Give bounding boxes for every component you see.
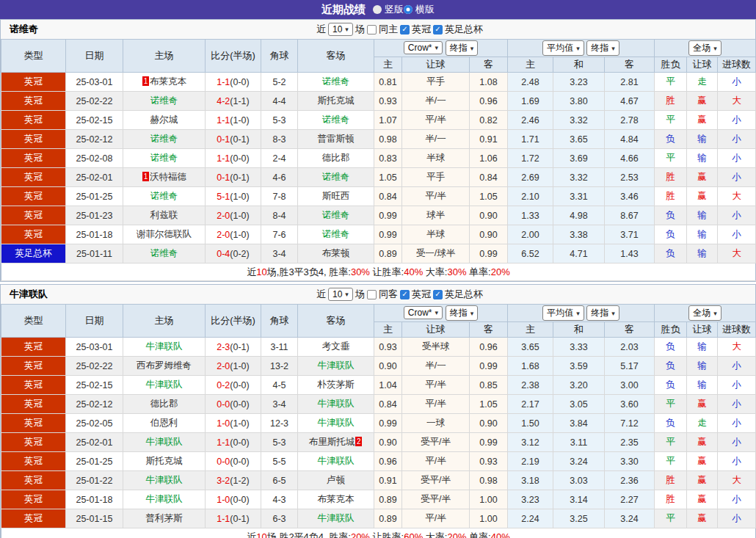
match-row: 英冠25-02-12诺维奇0-1(0-1)8-3普雷斯顿0.98半/一0.911… — [1, 130, 756, 149]
full-match-select[interactable]: 全场▾ — [688, 305, 722, 321]
cell-match-type: 英冠 — [1, 509, 66, 528]
cell-result-wdl: 平 — [655, 395, 687, 414]
cell-result-handicap: 赢 — [687, 490, 718, 509]
cell-home-team: 西布罗姆维奇 — [123, 357, 206, 376]
cell-home-team: 1布莱克本 — [123, 73, 206, 92]
cell-result-wdl: 平 — [655, 433, 687, 452]
cell-odds-home: 0.91 — [374, 471, 402, 490]
radio-icon[interactable] — [373, 5, 382, 14]
cell-avg-draw: 3.59 — [553, 357, 605, 376]
cell-avg-away: 2.27 — [605, 490, 655, 509]
cell-home-team: 牛津联队 — [123, 490, 206, 509]
full-time-score: 0-1 — [217, 172, 230, 183]
cell-corner: 7-6 — [261, 225, 298, 244]
away-team-name: 牛津联队 — [318, 360, 355, 371]
cell-date: 25-01-22 — [66, 471, 123, 490]
cell-away-team: 普雷斯顿 — [298, 130, 374, 149]
cell-odds-away: 0.98 — [470, 471, 508, 490]
recent-count-select[interactable]: 10▾ — [328, 23, 353, 36]
summary-segment: 让胜率: — [370, 531, 404, 538]
average-odds-select-value: 平均值 — [547, 307, 573, 319]
same-venue-checkbox[interactable] — [367, 290, 377, 299]
league-filter-checkbox[interactable]: ✓ — [400, 290, 410, 299]
odds-source-group: Crow*▾ 终指▾ — [374, 305, 508, 322]
cell-date: 25-03-01 — [66, 73, 123, 92]
cell-avg-draw: 3.14 — [553, 490, 605, 509]
half-time-score: (1-2) — [230, 476, 249, 486]
cell-result-handicap: 赢 — [687, 452, 718, 471]
summary-row: 近10场,胜3平3负4, 胜率:30% 让胜率:40% 大率:30% 单率:20… — [1, 263, 756, 281]
col-header-date: 日期 — [66, 40, 123, 73]
cell-avg-away: 4.84 — [605, 130, 655, 149]
cell-score: 1-0(0-0) — [206, 490, 261, 509]
cell-score: 0-0(0-0) — [206, 452, 261, 471]
average-odds-select[interactable]: 平均值▾ — [542, 305, 584, 321]
full-time-score: 2-3 — [217, 342, 230, 352]
layout-option[interactable]: 横版 — [404, 3, 435, 16]
cell-avg-home: 1.50 — [508, 414, 553, 433]
full-time-score: 0-4 — [217, 249, 230, 259]
league-filter-checkbox[interactable]: ✓ — [433, 290, 443, 299]
cell-corner: 5-3 — [261, 433, 298, 452]
final-odds-select[interactable]: 终指▾ — [446, 305, 479, 321]
cell-result-goals: 大 — [718, 92, 756, 111]
recent-count-select[interactable]: 10▾ — [328, 288, 353, 301]
full-match-select[interactable]: 全场▾ — [688, 40, 722, 56]
cell-odds-handicap: 平/半 — [402, 111, 470, 130]
cell-date: 25-03-01 — [66, 338, 123, 357]
cell-odds-home: 0.98 — [374, 130, 402, 149]
summary-segment: 单率: — [466, 266, 490, 277]
final-odds-select[interactable]: 终指▾ — [446, 40, 479, 56]
home-team-name: 牛津联队 — [146, 494, 183, 504]
cell-odds-handicap: 受半球 — [402, 338, 470, 357]
cell-avg-away: 2.78 — [605, 111, 655, 130]
cell-home-team: 诺维奇 — [123, 130, 206, 149]
average-odds-select[interactable]: 平均值▾ — [542, 40, 584, 56]
league-filter-checkbox[interactable]: ✓ — [400, 25, 410, 34]
final-odds-select-2[interactable]: 终指▾ — [586, 305, 619, 321]
cell-home-team: 普利茅斯 — [123, 509, 206, 528]
home-team-name: 牛津联队 — [146, 341, 183, 352]
cell-avg-draw: 3.38 — [553, 225, 605, 244]
odds-source-select[interactable]: Crow*▾ — [404, 306, 443, 319]
match-row: 英冠25-01-25诺维奇5-1(1-0)7-8斯旺西0.84平/半1.052.… — [1, 187, 756, 206]
cell-match-type: 英冠 — [1, 92, 66, 111]
cell-result-wdl: 胜 — [655, 471, 687, 490]
same-venue-checkbox[interactable] — [367, 25, 377, 34]
cell-home-team: 伯恩利 — [123, 414, 206, 433]
cell-odds-handicap: 受平/半 — [402, 433, 470, 452]
cell-odds-handicap: 一球 — [402, 414, 470, 433]
cell-date: 25-02-05 — [66, 414, 123, 433]
cell-avg-draw: 3.03 — [553, 471, 605, 490]
cell-away-team: 斯旺西 — [298, 187, 374, 206]
layout-option[interactable]: 竖版 — [373, 3, 404, 16]
odds-source-select[interactable]: Crow*▾ — [404, 41, 443, 54]
final-odds-select-2[interactable]: 终指▾ — [586, 40, 619, 56]
cell-odds-home: 0.96 — [374, 452, 402, 471]
home-team-name: 西布罗姆维奇 — [137, 360, 192, 371]
cell-result-goals: 大 — [718, 244, 756, 263]
same-venue-label: 同主 — [379, 23, 398, 36]
col-header-result-goals: 进球数 — [718, 322, 756, 338]
league-filter-checkbox[interactable]: ✓ — [433, 25, 443, 34]
half-time-score: (0-0) — [230, 457, 249, 467]
cell-odds-away: 0.96 — [470, 92, 508, 111]
summary-segment: 场,胜2平4负4, 胜率: — [267, 531, 351, 538]
cell-corner: 12-3 — [261, 414, 298, 433]
home-team-name: 沃特福德 — [150, 172, 186, 182]
cell-result-handicap: 输 — [687, 130, 718, 149]
summary-segment: 40% — [404, 266, 423, 277]
away-team-name: 诺维奇 — [322, 114, 350, 125]
filter-matches-label: 场 — [355, 23, 365, 36]
cell-avg-away: 2.53 — [605, 168, 655, 187]
cell-result-handicap: 走 — [687, 73, 718, 92]
summary-segment: 20% — [447, 531, 466, 538]
cell-avg-away: 3.71 — [605, 225, 655, 244]
cell-avg-away: 7.12 — [605, 414, 655, 433]
radio-icon[interactable] — [404, 5, 412, 14]
cell-result-goals: 小 — [718, 490, 756, 509]
cell-avg-home: 2.17 — [508, 395, 553, 414]
team-header-row: 诺维奇近10▾场同主✓英冠✓英足总杯 — [1, 20, 755, 39]
cell-match-type: 英冠 — [1, 490, 66, 509]
cell-result-goals: 大 — [718, 187, 756, 206]
